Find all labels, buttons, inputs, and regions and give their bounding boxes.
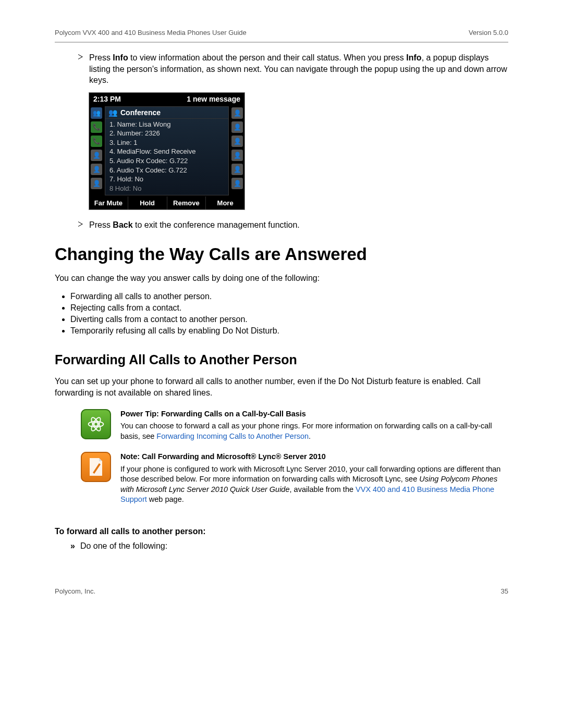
softkey-more: More: [206, 196, 244, 209]
conference-icon: 👥: [108, 108, 117, 117]
info-item: 1. Name: Lisa Wong: [109, 120, 224, 129]
phone-screenshot: 2:13 PM 1 new message 👥 📞 📞 👤 👤 👤 👥 Conf…: [89, 92, 245, 210]
power-tip-icon: [81, 409, 111, 439]
linekey-icon: 👤: [231, 164, 243, 175]
svg-point-0: [94, 422, 97, 426]
linekey-icon: 📞: [91, 121, 102, 133]
phone-new-message: 1 new message: [187, 95, 240, 103]
power-tip-callout: Power Tip: Forwarding Calls on a Call-by…: [81, 409, 508, 442]
step-heading: To forward all calls to another person:: [55, 527, 508, 536]
linekey-icon: 👤: [231, 178, 243, 189]
doc-title: Polycom VVX 400 and 410 Business Media P…: [55, 29, 247, 36]
page-footer: Polycom, Inc. 35: [55, 587, 508, 595]
footer-company: Polycom, Inc.: [55, 587, 95, 595]
tip-body: You can choose to forward a call as your…: [120, 421, 508, 441]
forwarding-paragraph: You can set up your phone to forward all…: [55, 376, 508, 398]
linekey-icon: 👤: [231, 150, 243, 161]
list-item: Temporarily refusing all calls by enabli…: [70, 326, 508, 336]
info-item: 4. MediaFlow: Send Receive: [109, 147, 224, 156]
linekey-icon: 👤: [91, 178, 102, 189]
phone-left-linekeys: 👥 📞 📞 👤 👤 👤: [89, 105, 104, 196]
linekey-icon: 👤: [231, 107, 243, 119]
note-body: If your phone is configured to work with…: [120, 464, 508, 505]
tip-title: Power Tip: Forwarding Calls on a Call-by…: [120, 409, 508, 419]
phone-softkeys: Far Mute Hold Remove More: [89, 196, 244, 209]
conference-info-list: 1. Name: Lisa Wong 2. Number: 2326 3. Li…: [105, 119, 228, 195]
softkey-hold: Hold: [128, 196, 167, 209]
bullet-press-back: Press Back to exit the conference manage…: [78, 219, 508, 231]
change-options-list: Forwarding all calls to another person. …: [70, 292, 508, 336]
info-item: 7. Hold: No: [109, 175, 224, 184]
phone-right-linekeys: 👤 👤 👤 👤 👤 👤: [230, 105, 244, 196]
heading-forwarding-all: Forwarding All Calls to Another Person: [55, 352, 508, 367]
bullet-press-info: Press Info to view information about the…: [78, 52, 508, 86]
note-icon: [81, 452, 111, 482]
doc-version: Version 5.0.0: [469, 29, 508, 36]
page-header: Polycom VVX 400 and 410 Business Media P…: [55, 29, 508, 40]
info-item: 5. Audio Rx Codec: G.722: [109, 156, 224, 166]
info-item: 6. Audio Tx Codec: G.722: [109, 166, 224, 175]
note-title: Note: Call Forwarding and Microsoft® Lyn…: [120, 452, 508, 462]
list-item: Rejecting calls from a contact.: [70, 303, 508, 313]
linekey-icon: 👤: [231, 121, 243, 133]
linekey-icon: 👤: [91, 164, 102, 175]
triangle-bullet-icon: [78, 54, 83, 59]
header-divider: [55, 42, 508, 43]
note-callout: Note: Call Forwarding and Microsoft® Lyn…: [81, 452, 508, 505]
phone-time: 2:13 PM: [93, 95, 121, 103]
heading-changing-calls: Changing the Way Calls are Answered: [55, 244, 508, 264]
footer-page-number: 35: [501, 587, 508, 595]
conference-title: Conference: [120, 108, 161, 117]
info-item: 2. Number: 2326: [109, 129, 224, 138]
step-item: » Do one of the following:: [70, 541, 508, 551]
list-item: Forwarding all calls to another person.: [70, 292, 508, 301]
softkey-remove: Remove: [167, 196, 206, 209]
triangle-bullet-icon: [78, 221, 83, 227]
linekey-icon: 📞: [91, 135, 102, 147]
intro-paragraph: You can change the way you answer calls …: [55, 273, 508, 284]
softkey-far-mute: Far Mute: [89, 196, 128, 209]
info-item: 8 Hold: No: [109, 184, 224, 193]
list-item: Diverting calls from a contact to anothe…: [70, 315, 508, 324]
linekey-icon: 👤: [231, 135, 243, 147]
step-marker-icon: »: [70, 541, 75, 551]
linekey-icon: 👥: [91, 107, 102, 119]
info-item: 3. Line: 1: [109, 138, 224, 147]
linekey-icon: 👤: [91, 150, 102, 161]
link-forwarding-incoming[interactable]: Forwarding Incoming Calls to Another Per…: [156, 432, 309, 440]
